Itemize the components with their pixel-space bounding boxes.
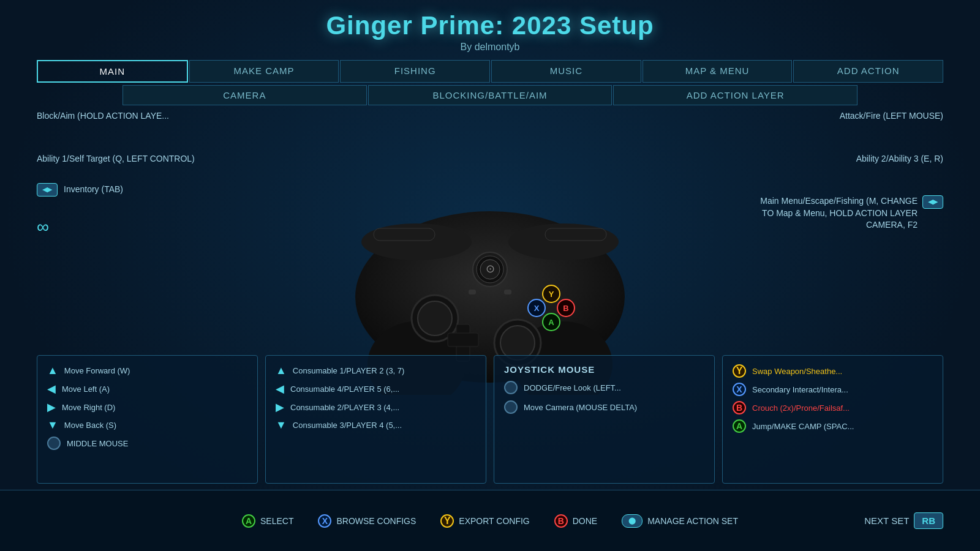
mapping-infinity: ∞ — [37, 215, 233, 239]
x-button-label: Secondary Interact/Intera... — [752, 385, 848, 394]
move-left-label: Move Left (A) — [62, 384, 110, 394]
middle-mouse-label: MIDDLE MOUSE — [67, 439, 128, 448]
tab-fishing[interactable]: FISHING — [340, 60, 490, 83]
mapping-block-aim: Block/Aim (HOLD ACTION LAYE... — [37, 110, 233, 122]
arrow-left-icon: ◀ — [47, 382, 56, 395]
consumable2-row: ▶ Consumable 2/PLAYER 3 (4,... — [276, 400, 476, 414]
b-button-icon: B — [733, 401, 746, 414]
svg-rect-26 — [545, 228, 606, 241]
tab-main[interactable]: MAIN — [37, 60, 188, 83]
select-label: SELECT — [260, 516, 293, 526]
svg-text:X: X — [534, 304, 540, 313]
consumable4-row: ◀ Consumable 4/PLAYER 5 (6,... — [276, 382, 476, 395]
consumable3-label: Consumable 3/PLAYER 4 (5,... — [293, 421, 402, 430]
back-button-icon: ◀▶ — [37, 183, 58, 197]
done-label: DONE — [573, 516, 597, 526]
tab-map-menu[interactable]: MAP & MENU — [643, 60, 793, 83]
browse-configs-action: X BROWSE CONFIGS — [318, 514, 416, 528]
export-config-action: Y EXPORT CONFIG — [440, 514, 529, 528]
middle-mouse-row: MIDDLE MOUSE — [47, 437, 247, 450]
back-button-icon-right: ◀▶ — [922, 195, 943, 209]
tab-music[interactable]: MUSIC — [491, 60, 641, 83]
svg-rect-9 — [469, 290, 476, 294]
svg-text:⊙: ⊙ — [486, 263, 495, 275]
movement-box: ▲ Move Forward (W) ◀ Move Left (A) ▶ Mov… — [37, 355, 258, 484]
tabs-row1: MAIN MAKE CAMP FISHING MUSIC MAP & MENU … — [37, 60, 943, 83]
consumable4-arrow-left: ◀ — [276, 382, 284, 395]
a-button-row: A Jump/MAKE CAMP (SPAC... — [733, 419, 933, 433]
mapping-attack: Attack/Fire (LEFT MOUSE) — [747, 110, 943, 122]
move-camera-label: Move Camera (MOUSE DELTA) — [524, 403, 637, 412]
joystick-title: JOYSTICK MOUSE — [504, 364, 704, 375]
arrow-right-icon: ▶ — [47, 400, 56, 414]
consumables-box: ▲ Consumable 1/PLAYER 2 (3, 7) ◀ Consuma… — [265, 355, 486, 484]
mapping-main-menu: Main Menu/Escape/Fishing (M, CHANGE TO M… — [747, 195, 943, 231]
stick-icon — [47, 437, 61, 450]
subtitle: By delmontyb — [0, 42, 980, 53]
y-button-label: Swap Weapon/Sheathe... — [752, 367, 842, 376]
title-area: Ginger Prime: 2023 Setup By delmontyb — [0, 0, 980, 53]
move-back-label: Move Back (S) — [64, 421, 116, 430]
select-btn-icon: A — [242, 514, 255, 528]
svg-text:Y: Y — [549, 290, 554, 299]
a-button-icon: A — [733, 419, 746, 433]
dodge-row: DODGE/Free Look (LEFT... — [504, 381, 704, 394]
export-config-label: EXPORT CONFIG — [459, 516, 529, 526]
b-button-row: B Crouch (2x)/Prone/Failsaf... — [733, 401, 933, 414]
move-right-label: Move Right (D) — [62, 403, 115, 412]
bottom-bar: A SELECT X BROWSE CONFIGS Y EXPORT CONFI… — [0, 490, 980, 551]
consumable1-label: Consumable 1/PLAYER 2 (3, 7) — [293, 366, 405, 375]
svg-text:B: B — [563, 304, 568, 313]
mapping-inventory: ◀▶ Inventory (TAB) — [37, 183, 233, 197]
tab-make-camp[interactable]: MAKE CAMP — [189, 60, 339, 83]
infinity-icon: ∞ — [37, 217, 49, 236]
consumable3-row: ▼ Consumable 3/PLAYER 4 (5,... — [276, 419, 476, 432]
arrow-down-icon: ▼ — [47, 419, 58, 432]
consumable2-label: Consumable 2/PLAYER 3 (4,... — [290, 403, 399, 412]
manage-icon: ⬤ — [622, 514, 643, 528]
manage-label: MANAGE ACTION SET — [647, 516, 738, 526]
svg-rect-10 — [504, 290, 511, 294]
move-right-row: ▶ Move Right (D) — [47, 400, 247, 414]
select-action: A SELECT — [242, 514, 293, 528]
y-button-row: Y Swap Weapon/Sheathe... — [733, 364, 933, 378]
move-camera-row: Move Camera (MOUSE DELTA) — [504, 400, 704, 414]
mapping-ability2: Ability 2/Ability 3 (E, R) — [747, 153, 943, 165]
right-stick-icon — [504, 400, 518, 414]
svg-text:A: A — [548, 318, 554, 327]
joystick-box: JOYSTICK MOUSE DODGE/Free Look (LEFT... … — [494, 355, 715, 484]
manage-action-set: ⬤ MANAGE ACTION SET — [622, 514, 738, 528]
consumable3-arrow-down: ▼ — [276, 419, 287, 432]
done-action: B DONE — [554, 514, 597, 528]
arrow-up-icon: ▲ — [47, 364, 58, 377]
move-forward-row: ▲ Move Forward (W) — [47, 364, 247, 377]
dodge-label: DODGE/Free Look (LEFT... — [524, 383, 621, 392]
b-button-label: Crouch (2x)/Prone/Failsaf... — [752, 403, 850, 413]
x-button-row: X Secondary Interact/Intera... — [733, 383, 933, 396]
done-btn-icon: B — [554, 514, 568, 528]
browse-configs-label: BROWSE CONFIGS — [336, 516, 416, 526]
next-set-label: NEXT SET — [864, 515, 909, 526]
y-button-icon: Y — [733, 364, 746, 378]
x-button-icon: X — [733, 383, 746, 396]
consumable1-row: ▲ Consumable 1/PLAYER 2 (3, 7) — [276, 364, 476, 377]
export-btn-icon: Y — [440, 514, 454, 528]
consumable2-arrow-right: ▶ — [276, 400, 284, 414]
move-left-row: ◀ Move Left (A) — [47, 382, 247, 395]
move-back-row: ▼ Move Back (S) — [47, 419, 247, 432]
a-button-label: Jump/MAKE CAMP (SPAC... — [752, 422, 854, 431]
consumable4-label: Consumable 4/PLAYER 5 (6,... — [290, 384, 399, 394]
tab-add-action[interactable]: ADD ACTION — [793, 60, 943, 83]
svg-rect-25 — [374, 228, 435, 241]
rb-badge[interactable]: RB — [914, 512, 943, 529]
main-title: Ginger Prime: 2023 Setup — [0, 11, 980, 40]
browse-btn-icon: X — [318, 514, 331, 528]
face-buttons-box: Y Swap Weapon/Sheathe... X Secondary Int… — [722, 355, 943, 484]
bottom-panels: ▲ Move Forward (W) ◀ Move Left (A) ▶ Mov… — [37, 355, 943, 484]
consumable1-arrow-up: ▲ — [276, 364, 287, 377]
mapping-ability1: Ability 1/Self Target (Q, LEFT CONTROL) — [37, 153, 233, 165]
move-forward-label: Move Forward (W) — [64, 366, 130, 375]
left-stick-icon — [504, 381, 518, 394]
next-set: NEXT SET RB — [864, 512, 943, 529]
svg-rect-16 — [448, 333, 478, 347]
